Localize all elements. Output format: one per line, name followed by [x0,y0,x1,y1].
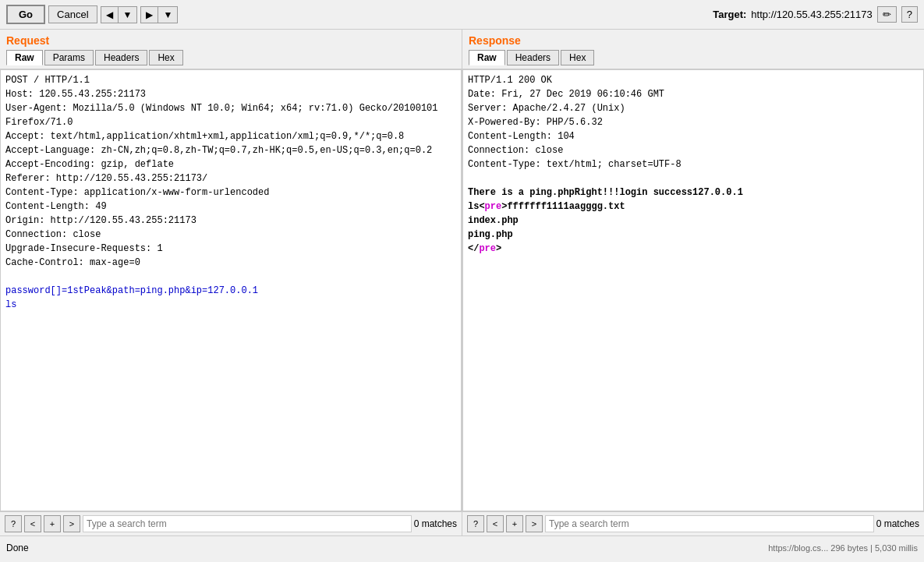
target-label: Target: [713,9,746,20]
request-search-next[interactable]: > [63,515,80,532]
status-right: https://blog.cs... 296 bytes | 5,030 mil… [768,543,918,553]
request-tabs: Raw Params Headers Hex [6,50,455,65]
request-tab-headers[interactable]: Headers [95,50,147,65]
toolbar-left: Go Cancel ◀ ▼ ▶ ▼ [6,5,710,24]
status-left: Done [6,543,29,553]
request-panel-title: Request [6,34,455,47]
response-search-matches: 0 matches [876,518,919,529]
edit-button[interactable]: ✏ [877,6,897,23]
request-tab-hex[interactable]: Hex [149,50,182,65]
response-panel: Response Raw Headers Hex HTTP/1.1 200 OK… [462,30,924,535]
request-search-help[interactable]: ? [5,515,22,532]
toolbar: Go Cancel ◀ ▼ ▶ ▼ Target: http://120.55.… [0,0,924,30]
request-search-next-plus[interactable]: + [44,515,61,532]
request-search-input[interactable] [83,515,412,532]
response-search-bar: ? < + > 0 matches [462,511,924,535]
request-tab-raw[interactable]: Raw [6,50,43,65]
target-url: http://120.55.43.255:21173 [751,9,872,20]
response-body-3: > [496,243,501,254]
response-headers: HTTP/1.1 200 OK Date: Fri, 27 Dec 2019 0… [468,75,681,170]
request-panel-header: Request Raw Params Headers Hex [0,30,462,69]
status-bar: Done https://blog.cs... 296 bytes | 5,03… [0,535,924,559]
toolbar-right: Target: http://120.55.43.255:21173 ✏ ? [713,6,918,23]
forward-group: ▶ ▼ [140,6,178,23]
forward-dropdown-button[interactable]: ▼ [158,7,177,23]
main-content: Request Raw Params Headers Hex POST / HT… [0,30,924,535]
response-search-prev[interactable]: < [487,515,504,532]
request-search-bar: ? < + > 0 matches [0,511,462,535]
request-body: password[]=1stPeak&path=ping.php&ip=127.… [5,285,258,310]
help-button[interactable]: ? [901,6,918,23]
request-line-1: POST / HTTP/1.1 Host: 120.55.43.255:2117… [5,75,438,268]
request-content: POST / HTTP/1.1 Host: 120.55.43.255:2117… [0,69,462,511]
response-search-next-plus[interactable]: + [506,515,523,532]
response-tab-hex[interactable]: Hex [561,50,594,65]
response-pre-close: pre [479,243,496,254]
response-tab-headers[interactable]: Headers [507,50,559,65]
go-button[interactable]: Go [6,5,45,24]
request-search-prev[interactable]: < [24,515,41,532]
response-pre-open: pre [485,201,502,212]
back-dropdown-button[interactable]: ▼ [119,7,137,23]
back-button[interactable]: ◀ [101,7,119,23]
response-panel-header: Response Raw Headers Hex [462,30,924,69]
response-panel-title: Response [469,34,918,47]
cancel-button[interactable]: Cancel [48,5,97,23]
response-search-input[interactable] [545,515,874,532]
request-panel: Request Raw Params Headers Hex POST / HT… [0,30,462,535]
response-search-help[interactable]: ? [467,515,484,532]
response-tab-raw[interactable]: Raw [469,50,505,65]
response-search-next[interactable]: > [526,515,543,532]
request-tab-params[interactable]: Params [44,50,94,65]
response-content: HTTP/1.1 200 OK Date: Fri, 27 Dec 2019 0… [462,69,924,511]
request-search-matches: 0 matches [414,518,457,529]
back-forward-group: ◀ ▼ [101,6,138,23]
forward-button[interactable]: ▶ [141,7,158,23]
response-tabs: Raw Headers Hex [469,50,918,65]
